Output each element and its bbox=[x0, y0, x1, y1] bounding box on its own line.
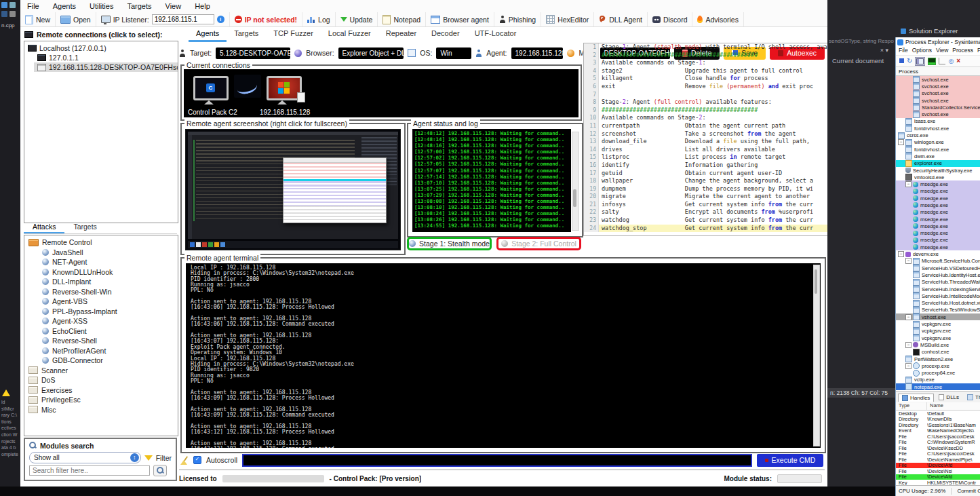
agent-field[interactable]: 192.168.115.128 bbox=[511, 47, 564, 59]
menu-utilities[interactable]: Utilities bbox=[90, 2, 113, 10]
code-line[interactable]: 1Stage-1: Agent (stealth mode) with term… bbox=[584, 43, 827, 52]
app-icon[interactable] bbox=[1, 11, 7, 17]
handle-row[interactable]: Desktop\Default bbox=[896, 411, 980, 417]
code-line[interactable]: 16identify Information gathering bbox=[584, 161, 827, 170]
modules-search-button[interactable] bbox=[153, 465, 167, 476]
agent-help-editor[interactable]: 1Stage-1: Agent (stealth mode) with term… bbox=[583, 43, 827, 236]
process-row-devenv-exe[interactable]: devenv.exe bbox=[896, 250, 980, 257]
pe-menu-options[interactable]: Options bbox=[912, 47, 932, 55]
attack-item-agent-vbs[interactable]: Agent-VBS bbox=[24, 297, 178, 307]
tab-attacks[interactable]: Attacks bbox=[24, 222, 64, 233]
broom-icon[interactable] bbox=[180, 456, 189, 465]
process-row-servicehub-testwindowstore[interactable]: ServiceHub.TestWindowStore bbox=[896, 307, 980, 313]
tab-utf-locator[interactable]: UTF-Locator bbox=[467, 27, 524, 42]
toolbar-phishing-button[interactable]: Phishing bbox=[494, 12, 541, 26]
handle-row[interactable]: File\Device\Nsi bbox=[896, 468, 980, 474]
type-column-header[interactable]: Type bbox=[896, 402, 927, 410]
toolbar-update-button[interactable]: Update bbox=[336, 12, 378, 26]
terminal-scrollbar[interactable] bbox=[813, 265, 820, 446]
attack-group-dos[interactable]: DoS bbox=[24, 375, 178, 385]
info-icon[interactable] bbox=[217, 16, 224, 23]
refresh-icon[interactable] bbox=[907, 58, 912, 64]
process-row-winlogon-exe[interactable]: winlogon.exe bbox=[896, 139, 980, 146]
code-line[interactable]: 23watchdog Get current system info from … bbox=[584, 216, 827, 225]
process-row-fontdrvhost-exe[interactable]: fontdrvhost.exe bbox=[896, 146, 980, 153]
attack-item-netprofileragent[interactable]: NetProfilerAGent bbox=[24, 346, 178, 356]
os-field[interactable]: Win bbox=[436, 47, 471, 59]
process-row-msedge-exe[interactable]: msedge.exe bbox=[896, 244, 980, 250]
process-row-conhost-exe[interactable]: conhost.exe bbox=[896, 349, 980, 356]
handle-row[interactable]: Directory\Sessions\1\BaseNam bbox=[896, 422, 980, 428]
code-line[interactable]: 22salty Encrypt all documents from %user… bbox=[584, 208, 827, 216]
attack-group-remote-control[interactable]: Remote Control bbox=[24, 237, 178, 248]
toolbar-discord-button[interactable]: Discord bbox=[648, 12, 693, 26]
process-row-svchost-exe[interactable]: svchost.exe bbox=[896, 111, 980, 117]
autoscroll-checkbox[interactable] bbox=[193, 456, 201, 464]
code-line[interactable]: 9#######################################… bbox=[584, 107, 827, 115]
process-row-lsass-exe[interactable]: lsass.exe bbox=[896, 118, 980, 125]
tab-decoder[interactable]: Decoder bbox=[424, 27, 467, 42]
code-line[interactable]: 21infosys Get current system info from t… bbox=[584, 201, 827, 209]
connection-item[interactable]: Localhost (127.0.0.1) bbox=[24, 43, 178, 53]
code-line[interactable]: 19dumpmem Dump the process memory by PID… bbox=[584, 185, 827, 193]
attack-item-dll-implant[interactable]: DLL-Implant bbox=[24, 277, 178, 287]
tab-agents[interactable]: Agents bbox=[189, 27, 227, 42]
code-line[interactable]: 15listproc List process in remote target bbox=[584, 153, 827, 161]
handle-row[interactable]: FileC:\Windows\SystemR bbox=[896, 440, 980, 446]
remote-screenshot-thumbnail[interactable] bbox=[185, 129, 401, 250]
process-row-securityhealthsystray-exe[interactable]: SecurityHealthSystray.exe bbox=[896, 167, 980, 174]
process-row-servicehub-indexingservice-e[interactable]: ServiceHub.IndexingService.e bbox=[896, 286, 980, 292]
process-row-servicehub-host-dotnet-x64-e[interactable]: ServiceHub.Host.dotnet.x64.e bbox=[896, 300, 980, 307]
process-row-vcpkgsrv-exe[interactable]: vcpkgsrv.exe bbox=[896, 335, 980, 341]
process-row-servicehub-vsdetouredhost[interactable]: ServiceHub.VSDetouredHost. bbox=[896, 265, 980, 271]
agent-computer-icon[interactable] bbox=[267, 76, 302, 100]
process-row-msedge-exe[interactable]: msedge.exe bbox=[896, 216, 980, 223]
handle-row[interactable]: KeyHKLM\SYSTEM\Contr bbox=[896, 480, 980, 485]
attack-item-knowndllunhook[interactable]: KnownDLLUnHook bbox=[24, 267, 178, 278]
tab-targets-sidebar[interactable]: Targets bbox=[64, 222, 105, 233]
process-row-servicehub-identityhost-exe[interactable]: ServiceHub.IdentityHost.exe bbox=[896, 271, 980, 278]
modules-filter-select[interactable]: Show all bbox=[29, 452, 141, 463]
handle-row[interactable]: File\Device\Afd bbox=[896, 474, 980, 480]
process-row-svchost-exe[interactable]: svchost.exe bbox=[896, 97, 980, 104]
app-icon[interactable] bbox=[1, 2, 7, 8]
process-row-vctip-exe[interactable]: vctip.exe bbox=[896, 377, 980, 383]
process-row-notepad-exe[interactable]: notepad.exe bbox=[896, 383, 980, 390]
process-row-msbuild-exe[interactable]: MSBuild.exe bbox=[896, 341, 980, 348]
code-line[interactable]: 5killagent Close handle for process bbox=[584, 75, 827, 83]
process-row-vcpkgsrv-exe[interactable]: vcpkgsrv.exe bbox=[896, 328, 980, 335]
stage2-button[interactable]: Stage 2: Full Control bbox=[496, 237, 581, 250]
process-row-msedge-exe[interactable]: msedge.exe bbox=[896, 223, 980, 229]
tab-local-fuzzer[interactable]: Local Fuzzer bbox=[321, 27, 378, 42]
attack-item-ppl-bypass-implant[interactable]: PPL-Bypass-Implant bbox=[24, 307, 178, 317]
process-row-dwm-exe[interactable]: dwm.exe bbox=[896, 153, 980, 159]
code-line[interactable]: 24watchdog_stop Get current system info … bbox=[584, 225, 827, 233]
tab-threads[interactable]: Threads bbox=[964, 394, 980, 401]
attack-item-gdb-connector[interactable]: GDB-Connector bbox=[24, 356, 178, 366]
process-row-standardcollector-service-exe[interactable]: StandardCollector.Service.exe bbox=[896, 104, 980, 111]
attack-item-reverse-shell[interactable]: Reverse-Shell bbox=[24, 336, 178, 346]
process-row-msedge-exe[interactable]: msedge.exe bbox=[896, 188, 980, 195]
menu-help[interactable]: Help bbox=[195, 2, 210, 10]
columns-icon[interactable] bbox=[915, 57, 925, 66]
pe-menu-process[interactable]: Process bbox=[952, 47, 973, 55]
handle-row[interactable]: File\Device\NamedPipe\ bbox=[896, 457, 980, 463]
process-row-servicehub-threadedwaitdia[interactable]: ServiceHub.ThreadedWaitDia bbox=[896, 279, 980, 286]
menu-targets[interactable]: Targets bbox=[127, 2, 151, 10]
code-line[interactable]: 4stage2 Upgrade this agent to full contr… bbox=[584, 67, 827, 75]
expand-icon[interactable] bbox=[905, 342, 912, 348]
stage1-button[interactable]: Stage 1: Stealth mode bbox=[407, 237, 492, 250]
tree-icon[interactable] bbox=[939, 58, 945, 64]
process-row-msedge-exe[interactable]: msedge.exe bbox=[896, 237, 980, 244]
code-line[interactable]: 10Available commands on Stage-2: bbox=[584, 114, 827, 122]
c2-computer-icon[interactable] bbox=[193, 76, 229, 100]
process-row-procexp64-exe[interactable]: procexp64.exe bbox=[896, 369, 980, 376]
attack-group-scanner[interactable]: Scanner bbox=[24, 366, 178, 376]
process-row-procexp-exe[interactable]: procexp.exe bbox=[896, 362, 980, 369]
handle-row[interactable]: File\Device\KsecDD bbox=[896, 445, 980, 451]
process-row-explorer-exe[interactable]: explorer.exe bbox=[896, 160, 980, 167]
app-icon[interactable] bbox=[9, 11, 16, 17]
agent-status-log[interactable]: [12:48:12] 192.168.115.128: Waiting for … bbox=[412, 129, 571, 232]
new-button[interactable]: New bbox=[20, 12, 56, 26]
process-row-msedge-exe[interactable]: msedge.exe bbox=[896, 230, 980, 237]
